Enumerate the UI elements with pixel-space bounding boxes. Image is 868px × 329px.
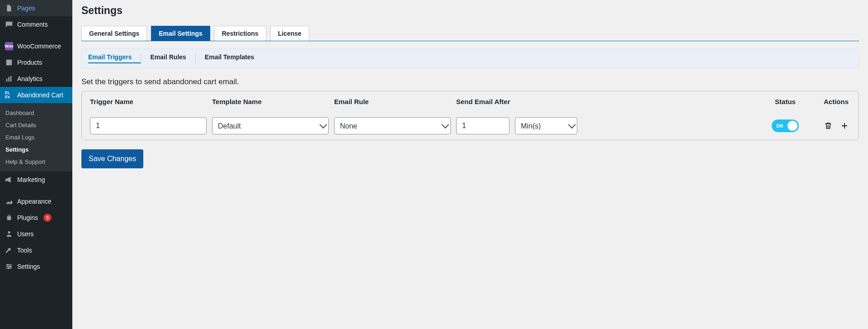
template-name-select[interactable]: Default [212, 117, 329, 134]
sidebar-label: Tools [17, 247, 32, 254]
col-status: Status [763, 98, 808, 105]
sidebar-item-plugins[interactable]: Plugins 9 [0, 210, 72, 226]
sidebar-item-users[interactable]: Users [0, 226, 72, 242]
sidebar-item-abandoned-cart[interactable]: EL Ex Abandoned Cart [0, 87, 72, 103]
tab-license[interactable]: License [270, 26, 309, 41]
analytics-icon [5, 74, 14, 83]
col-trigger-name: Trigger Name [87, 98, 209, 105]
sidebar-label: Settings [17, 263, 40, 270]
submenu-settings[interactable]: Settings [0, 143, 72, 156]
main-content: Settings General Settings Email Settings… [72, 0, 868, 329]
sidebar-item-appearance[interactable]: Appearance [0, 193, 72, 210]
svg-rect-0 [6, 60, 12, 66]
sidebar-label: Abandoned Cart [17, 91, 63, 99]
submenu-help[interactable]: Help & Support [0, 156, 72, 168]
help-text: Set the triggers to send abandoned cart … [81, 77, 859, 86]
tools-icon [5, 246, 14, 255]
tab-email-settings[interactable]: Email Settings [151, 26, 210, 41]
plugins-badge: 9 [43, 214, 52, 222]
sidebar-item-tools[interactable]: Tools [0, 242, 72, 258]
marketing-icon [5, 175, 14, 184]
page-icon [5, 4, 14, 13]
plugins-icon [5, 213, 14, 222]
save-button[interactable]: Save Changes [81, 149, 143, 168]
sidebar-label: Analytics [17, 75, 42, 82]
table-header: Trigger Name Template Name Email Rule Se… [82, 91, 859, 112]
svg-point-4 [8, 231, 10, 234]
svg-rect-3 [10, 76, 12, 82]
appearance-icon [5, 197, 14, 206]
trigger-name-input[interactable] [90, 117, 207, 134]
sidebar-item-analytics[interactable]: Analytics [0, 71, 72, 87]
col-send-after: Send Email After [453, 98, 580, 105]
sidebar-item-pages[interactable]: Pages [0, 0, 72, 16]
submenu-cart-details[interactable]: Cart Details [0, 119, 72, 131]
woocommerce-icon: Woo [5, 42, 14, 51]
sidebar-submenu: Dashboard Cart Details Email Logs Settin… [0, 103, 72, 172]
sidebar-item-products[interactable]: Products [0, 54, 72, 71]
subtab-email-triggers[interactable]: Email Triggers [88, 53, 141, 63]
svg-rect-2 [8, 77, 9, 81]
users-icon [5, 229, 14, 238]
sidebar-label: Appearance [17, 198, 52, 205]
tab-restrictions[interactable]: Restrictions [214, 26, 266, 41]
svg-point-9 [9, 266, 11, 267]
subtab-email-templates[interactable]: Email Templates [205, 53, 263, 63]
svg-rect-1 [6, 79, 8, 81]
sidebar-label: Products [17, 59, 42, 66]
page-title: Settings [81, 5, 868, 17]
delete-icon[interactable] [824, 122, 832, 130]
tab-general-settings[interactable]: General Settings [81, 26, 147, 41]
admin-sidebar: Pages Comments Woo WooCommerce Products … [0, 0, 72, 329]
table-row: Default None Min(s) ON [82, 112, 859, 140]
submenu-email-logs[interactable]: Email Logs [0, 131, 72, 143]
elex-icon: EL Ex [5, 91, 14, 100]
send-after-value-input[interactable] [456, 117, 509, 134]
svg-point-10 [8, 267, 9, 269]
toggle-handle [788, 121, 797, 131]
products-icon [5, 58, 14, 67]
settings-icon [5, 262, 14, 271]
sidebar-label: Comments [17, 21, 48, 28]
toggle-label: ON [776, 124, 783, 129]
subtab-email-rules[interactable]: Email Rules [150, 53, 195, 63]
svg-point-8 [7, 264, 9, 266]
settings-tabs: General Settings Email Settings Restrict… [81, 26, 859, 41]
email-subtabs: Email Triggers Email Rules Email Templat… [81, 48, 859, 68]
add-icon[interactable] [840, 122, 849, 130]
status-toggle[interactable]: ON [772, 119, 799, 132]
sidebar-label: Pages [17, 5, 35, 12]
sidebar-label: Users [17, 230, 34, 238]
triggers-table: Trigger Name Template Name Email Rule Se… [81, 91, 859, 140]
sidebar-label: WooCommerce [17, 43, 61, 50]
sidebar-item-comments[interactable]: Comments [0, 16, 72, 33]
sidebar-item-settings[interactable]: Settings [0, 258, 72, 275]
comment-icon [5, 20, 14, 29]
submenu-dashboard[interactable]: Dashboard [0, 107, 72, 119]
sidebar-item-woocommerce[interactable]: Woo WooCommerce [0, 38, 72, 54]
sidebar-label: Plugins [17, 214, 38, 221]
col-template-name: Template Name [209, 98, 331, 105]
col-email-rule: Email Rule [331, 98, 453, 105]
email-rule-select[interactable]: None [334, 117, 451, 134]
col-actions: Actions [808, 98, 853, 105]
sidebar-label: Marketing [17, 176, 45, 183]
send-after-unit-select[interactable]: Min(s) [515, 117, 577, 134]
sidebar-item-marketing[interactable]: Marketing [0, 172, 72, 188]
